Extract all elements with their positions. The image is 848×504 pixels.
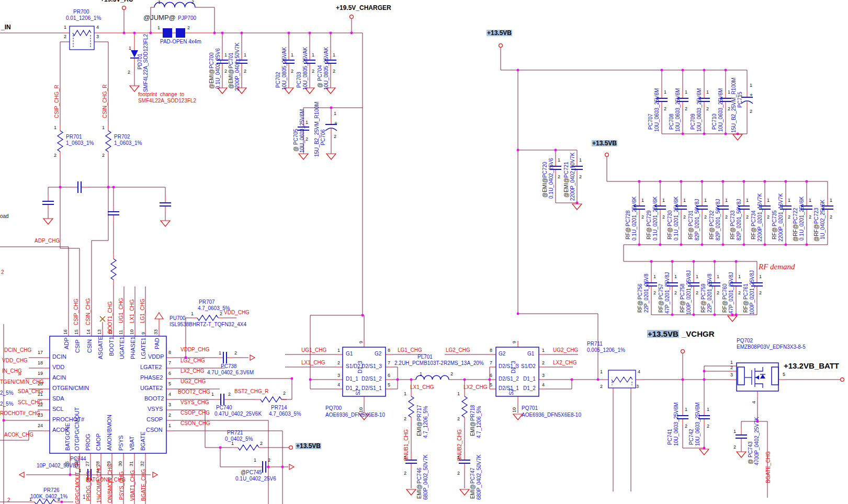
pin-number: 2 [733,445,736,450]
junction-dot [714,260,716,263]
pin-number: 2 [312,69,314,74]
ic-pin-name: ASGATE [98,336,104,359]
component-label: PC757 [659,283,664,300]
pin-number: 1 [759,274,762,279]
label-prefix: @RF@ [814,224,819,242]
component-label: S2 [356,389,361,395]
pin-number: 27 [85,461,90,466]
junction-dot [737,133,739,135]
pin-number: 1 [685,90,687,95]
off-page-connector-icon [250,355,255,360]
junction-dot [221,32,224,35]
component-label: S2 [509,389,514,395]
pin-number: 4 [542,383,545,387]
component-label: PC760 [722,283,728,300]
junction-dot [150,32,152,35]
mosfet-glyph [755,375,759,380]
pin-number: 1 [64,25,66,30]
pin-number: 2 [234,351,237,356]
junction-dot [397,379,399,381]
pin-number: 1 [312,53,314,58]
pin-number: 1 [158,0,161,5]
power-net-label: +13.5VB [296,443,321,449]
pin-number: 2 [168,413,171,418]
net-label: LG2_CHG [180,358,205,363]
pin-number: 2 [457,471,460,476]
net-label: LG2_CHG [446,348,470,353]
component-label: PC735 [772,210,777,226]
net-name: +19.5V_AC [100,0,133,3]
component-label: PC704 [318,65,323,81]
pin-number: 1 [725,198,728,203]
component-label: PC743 [748,441,753,457]
pin-number: 1 [78,468,81,473]
net-label: BOOT1_CHG [108,301,113,334]
net-label: SCL_CHG [18,400,42,405]
component-label: D2/S1_2 [361,376,382,382]
pin-number: 1 [706,90,709,95]
component-body [738,367,744,385]
pin-number: 1 [738,274,741,279]
component-label: PC728 [626,210,631,226]
pin-number: 1 [579,158,582,163]
junction-dot [69,474,72,476]
resistor-symbol [238,445,259,450]
pin-number: 7 [168,361,171,365]
pin-number: 2 [542,361,545,365]
component-label: 82P_0201_50V8J [695,199,700,240]
label-prefix: EMI@ [417,484,422,499]
power-flag-icon [155,313,163,319]
component-label: PL701 [417,354,433,360]
component-label: 0.1U_0201_25V6K [799,196,805,240]
component-label: D1_3 [511,361,516,373]
ic-pin-name: OTGEN/CMIN [52,385,89,391]
pin-number: 2 [228,392,231,397]
component-label: 15U_B2_25VM_R100M [731,77,737,133]
component-label: PC759 [701,283,706,300]
pin-number: 9 [141,332,146,335]
component-label: PR702 [114,134,130,140]
ground-symbol [161,221,170,226]
component-label: S1/D2 [521,364,536,369]
component-label: 2200P_0402_50V7K [570,153,575,201]
junction-dot [785,244,787,246]
net-label: BGATE_CHG [766,451,771,483]
net-label: LG1_CHG [140,299,145,323]
component-label: PU700 [169,316,186,321]
ground-symbol [43,219,53,224]
label-prefix: RF@ [701,301,706,313]
component-label: PC722 [793,208,798,224]
ic-pin-name: PHASE1 [130,337,136,359]
net-label: footprint change to [138,92,184,97]
component-body [772,367,778,385]
junction-dot [764,180,766,183]
ic-pin-name: CSOP [146,417,163,422]
ic-pin-name: PROG [85,434,91,451]
pin-number: 2 [728,107,730,111]
pin-number: 1 [788,198,790,203]
component-label: 10U_0603_25V6M [697,88,702,132]
pin-number: 2 [102,153,105,158]
pin-number: 2 [759,291,762,295]
component-label: PQ702 [737,338,753,343]
component-label: 2_5% [0,402,14,407]
label-prefix: RF@ [709,227,715,239]
label-prefix: RF@ [638,301,643,313]
pin-number: 2 [685,424,687,429]
ic-pin-name: BGATE [140,432,146,451]
component-label: PC729 [647,210,652,226]
net-label: UG2_CHG [553,348,578,353]
net-label: ON/BMON_CHG [108,463,113,503]
junction-dot [361,314,364,317]
resistor-symbol [111,259,116,280]
wire [92,187,108,330]
component-label: D1_3 [358,361,363,373]
pin-number: 9 [512,341,517,343]
ic-pin-name: VDD [52,364,64,370]
pin-number: 9 [359,341,364,343]
junction-dot [517,149,519,152]
pin-number: 4 [638,370,640,374]
net-label: UG2_CHG [180,379,206,384]
ic-pin-name: LGATE2 [140,364,162,370]
pin-number: 2 [641,215,644,220]
